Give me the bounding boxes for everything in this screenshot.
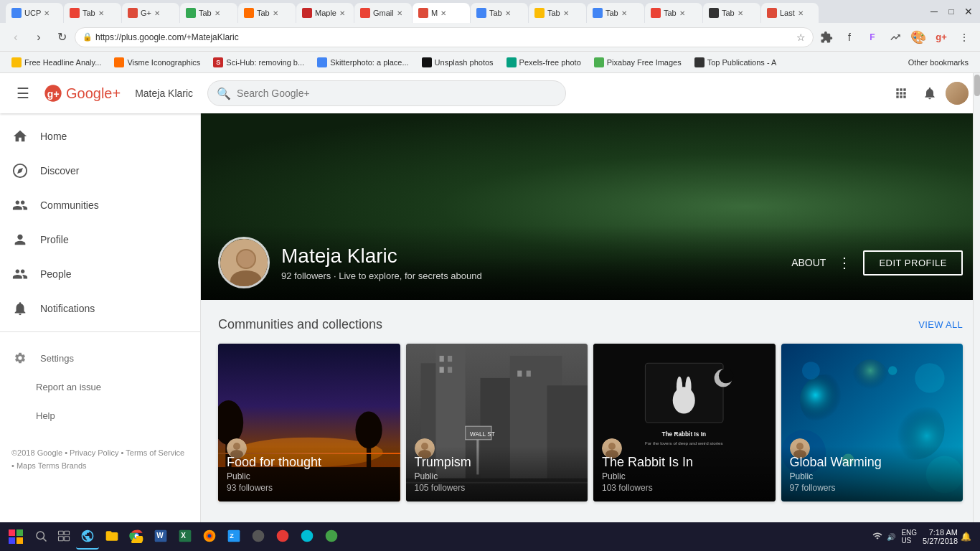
gplus-search-input[interactable] [237,88,557,99]
tab-close-2[interactable]: ✕ [98,9,104,17]
bookmark-unsplash[interactable]: Unsplash photos [416,54,499,71]
svg-rect-48 [517,371,522,377]
gplus-search-bar[interactable]: 🔍 [207,80,566,106]
card-global-warming[interactable]: Global Warming Public 97 followers [781,344,963,501]
analytics-icon[interactable] [885,27,905,47]
tab-gmail[interactable]: Gmail ✕ [354,3,412,23]
privacy-policy-link[interactable]: Privacy Policy [70,448,118,457]
taskbar-edge[interactable] [76,524,99,550]
tab-close-5[interactable]: ✕ [273,9,278,17]
forward-button[interactable]: › [29,27,49,47]
taskbar-search[interactable] [30,524,52,550]
start-button[interactable] [3,524,29,550]
hamburger-menu-button[interactable]: ☰ [11,82,34,105]
taskbar-volume-icon[interactable]: 🔊 [887,533,895,541]
tab-close-last[interactable]: ✕ [798,9,804,17]
tab-close-3[interactable]: ✕ [154,9,160,17]
card-trumpism[interactable]: WALL ST [406,344,588,501]
taskbar-app6[interactable] [247,524,270,550]
bookmark-visme[interactable]: Visme Iconographics [108,54,206,71]
menu-button[interactable]: ⋮ [954,27,974,47]
sidebar-item-discover[interactable]: Discover [0,154,200,188]
sidebar-item-home[interactable]: Home [0,119,200,154]
taskbar-app8[interactable] [296,524,319,550]
other-bookmarks-button[interactable]: Other bookmarks [903,54,974,71]
minimize-button[interactable]: ─ [928,6,940,17]
tab-4[interactable]: Tab ✕ [180,3,237,23]
terms-link[interactable]: Terms of Service [126,448,184,457]
tab-ucp[interactable]: UCP ✕ [6,3,63,23]
edit-profile-button[interactable]: EDIT PROFILE [863,250,963,276]
tab-close-ucp[interactable]: ✕ [44,9,50,17]
bookmark-skitter[interactable]: Skitterphoto: a place... [311,54,414,71]
address-bar[interactable]: 🔒 https://plus.google.com/+MatejaKlaric … [75,27,814,47]
figma-icon[interactable]: F [862,27,882,47]
sidebar-item-communities[interactable]: Communities [0,188,200,222]
taskbar-app7[interactable] [271,524,294,550]
bookmark-scihub[interactable]: S Sci-Hub: removing b... [207,54,310,71]
notifications-top-icon[interactable] [917,80,943,106]
tab-close-11[interactable]: ✕ [621,9,627,17]
tab-3[interactable]: G+ ✕ [122,3,179,23]
tab-11[interactable]: Tab ✕ [587,3,644,23]
profile-avatar[interactable] [218,237,270,288]
tab-12[interactable]: Tab ✕ [645,3,702,23]
color-icon[interactable]: 🎨 [908,27,928,47]
card-food-for-thought[interactable]: Food for thought Public 93 followers [218,344,400,501]
sidebar-item-help[interactable]: Help [0,401,200,430]
close-button[interactable]: ✕ [963,6,974,17]
fonts-icon[interactable]: f [839,27,859,47]
maps-terms-link[interactable]: Maps Terms [17,461,60,470]
bookmark-pixabay[interactable]: Pixabay Free Images [588,54,687,71]
tab-close-13[interactable]: ✕ [738,9,743,17]
maximize-button[interactable]: □ [946,6,957,17]
sidebar-item-profile[interactable]: Profile [0,222,200,257]
refresh-button[interactable]: ↻ [52,27,72,47]
card-rabbit[interactable]: The Rabbit Is In For the lovers of deep … [593,344,776,501]
tab-maple[interactable]: Maple ✕ [296,3,354,23]
tab-5[interactable]: Tab ✕ [238,3,296,23]
more-options-button[interactable]: ⋮ [834,251,854,274]
taskbar-network-icon[interactable] [871,529,884,544]
taskbar-word[interactable]: W [149,524,172,550]
back-button[interactable]: ‹ [6,27,26,47]
tab-10[interactable]: Tab ✕ [529,3,586,23]
sidebar-item-notifications[interactable]: Notifications [0,291,200,326]
about-button[interactable]: ABOUT [791,257,826,268]
gplus-page: ☰ g+ Google+ Mateja Klaric 🔍 [0,73,980,551]
sidebar-item-settings[interactable]: Settings [0,344,200,372]
tab-13[interactable]: Tab ✕ [703,3,760,23]
bookmark-toppub[interactable]: Top Publications - A [689,54,783,71]
bookmark-star-icon[interactable]: ☆ [796,32,806,43]
brands-link[interactable]: Brands [62,461,87,470]
tab-last[interactable]: Last ✕ [761,3,819,23]
tab-close-12[interactable]: ✕ [679,9,685,17]
taskbar-chrome[interactable] [125,524,148,550]
tab-close-10[interactable]: ✕ [563,9,569,17]
top-avatar[interactable] [946,82,969,105]
taskbar-zoom[interactable]: Z [222,524,245,550]
tab-gplus-active[interactable]: M ✕ [413,3,470,23]
bookmark-headline[interactable]: Free Headline Analy... [6,54,107,71]
taskbar-task-view[interactable] [53,524,75,550]
view-all-button[interactable]: VIEW ALL [918,319,963,330]
taskbar-app9[interactable] [320,524,343,550]
notification-center-icon[interactable]: 🔔 [961,532,971,542]
tab-close-9[interactable]: ✕ [505,9,511,17]
taskbar-excel[interactable]: X [174,524,197,550]
tab-close-4[interactable]: ✕ [215,9,220,17]
taskbar-firefox[interactable] [198,524,221,550]
tab-close-active[interactable]: ✕ [440,9,446,17]
extensions-icon[interactable] [816,27,837,47]
sidebar-item-people[interactable]: People [0,257,200,291]
gplus-ext-icon[interactable]: g+ [931,27,951,47]
apps-grid-icon[interactable] [888,80,914,106]
tab-close-gmail[interactable]: ✕ [397,9,402,17]
scrollbar-thumb[interactable] [974,75,980,96]
taskbar-file-explorer[interactable] [100,524,123,550]
tab-2[interactable]: Tab ✕ [64,3,121,23]
sidebar-item-report[interactable]: Report an issue [0,372,200,401]
tab-9[interactable]: Tab ✕ [471,3,528,23]
tab-close-maple[interactable]: ✕ [339,9,345,17]
bookmark-pexels[interactable]: Pexels-free photo [501,54,587,71]
